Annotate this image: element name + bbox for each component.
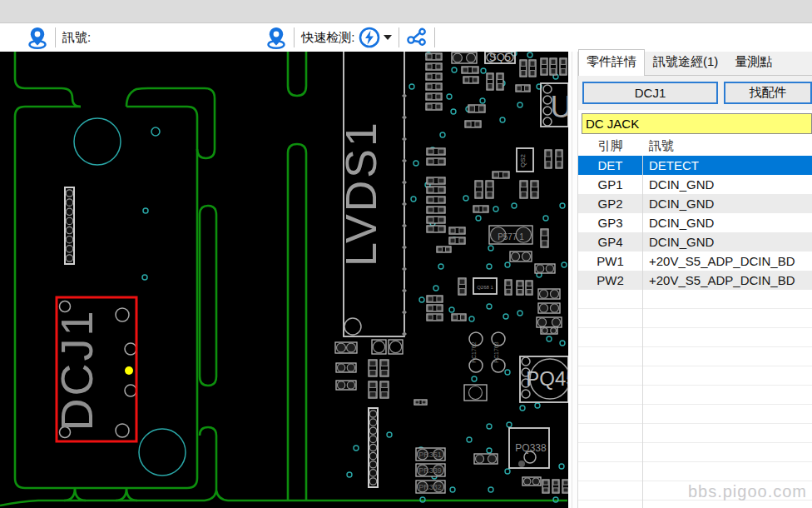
- pad: [498, 74, 503, 79]
- designator-label: LVDS1: [337, 120, 385, 266]
- designator-label: PR332: [418, 483, 442, 491]
- table-row-empty[interactable]: [578, 366, 812, 386]
- pad: [381, 361, 388, 366]
- pin-table: 引脚 訊號 DETDETECTGP1DCIN_GNDGP2DCIN_GNDGP3…: [578, 137, 812, 508]
- pad: [446, 247, 450, 252]
- table-row-empty[interactable]: [578, 309, 812, 328]
- table-row[interactable]: GP3DCIN_GND: [578, 213, 812, 232]
- table-row[interactable]: PW1+20V_S5_ADP_DCIN_BD: [578, 252, 812, 271]
- table-row[interactable]: GP2DCIN_GND: [578, 194, 812, 213]
- tab-0[interactable]: 零件詳情: [578, 49, 645, 76]
- connector-pin: [66, 199, 72, 206]
- net-share-icon[interactable]: [406, 26, 428, 49]
- table-row-empty[interactable]: [578, 347, 812, 366]
- signal-cell: +20V_S5_ADP_DCIN_BD: [642, 273, 812, 287]
- connector-pin: [66, 208, 72, 215]
- connector-pin: [369, 411, 376, 417]
- table-row-empty[interactable]: [578, 290, 812, 309]
- panel-splitter[interactable]: [568, 52, 578, 508]
- pad: [546, 162, 551, 167]
- pad: [428, 217, 433, 222]
- locate-signal-pin-icon[interactable]: [27, 26, 48, 49]
- table-row-empty[interactable]: [578, 424, 812, 443]
- pad: [381, 392, 388, 397]
- table-row[interactable]: GP4DCIN_GND: [578, 232, 812, 252]
- pad: [437, 306, 442, 311]
- pad: [438, 149, 444, 154]
- find-mate-button[interactable]: 找配件: [724, 82, 812, 104]
- pad: [436, 64, 441, 69]
- pad: [469, 106, 474, 112]
- toolbar-separator: [434, 27, 435, 47]
- designator-label: PQ45: [526, 367, 568, 390]
- table-row-empty[interactable]: [578, 328, 812, 347]
- signal-cell: DCIN_GND: [642, 197, 812, 211]
- designator-label: PR339: [418, 466, 442, 475]
- table-row-empty[interactable]: [578, 481, 812, 501]
- pad: [506, 289, 511, 294]
- tab-1[interactable]: 訊號途經(1): [645, 49, 726, 75]
- toolbar-separator: [55, 27, 56, 47]
- pin-cell: GP3: [578, 216, 642, 230]
- part-name-field: DC JACK: [582, 113, 812, 134]
- round-pad: [347, 364, 354, 371]
- canvas-background: [0, 52, 568, 508]
- pad: [381, 371, 388, 376]
- table-row[interactable]: GP1DCIN_GND: [578, 175, 812, 194]
- pcb-canvas[interactable]: LVDS1DCJ1PQ45SQ5UQS2P577 1Q268 1PQ338PR3…: [0, 52, 568, 508]
- table-row[interactable]: DETDETECT: [578, 156, 812, 175]
- quick-test-dropdown-caret[interactable]: [384, 35, 392, 40]
- connector-pin: [66, 237, 72, 243]
- pad: [542, 230, 547, 236]
- table-row-empty[interactable]: [578, 443, 812, 462]
- pad: [428, 306, 433, 311]
- pad: [427, 64, 432, 69]
- pad: [493, 172, 498, 177]
- pad: [428, 187, 433, 192]
- pad: [381, 382, 388, 387]
- table-row-empty[interactable]: [578, 386, 812, 405]
- pad: [561, 59, 566, 64]
- pad: [436, 84, 441, 89]
- component-ref-button[interactable]: DCJ1: [582, 82, 718, 104]
- detail-panel: 零件詳情訊號途經(1)量測點 DCJ1 找配件 DC JACK 引脚 訊號 DE…: [578, 52, 812, 508]
- locate-component-pin-icon[interactable]: [265, 26, 287, 49]
- quick-test-lightning-icon[interactable]: [359, 26, 380, 49]
- pad: [438, 207, 444, 212]
- signal-cell: DETECT: [642, 158, 812, 172]
- table-row[interactable]: PW2+20V_S5_ADP_DCIN_BD: [578, 271, 812, 290]
- pad: [369, 371, 376, 376]
- pad: [530, 71, 535, 76]
- pad: [438, 227, 444, 232]
- pad: [525, 86, 529, 91]
- round-pad: [538, 318, 547, 326]
- pad: [551, 69, 556, 74]
- pad: [428, 207, 433, 212]
- table-row-empty[interactable]: [578, 405, 812, 424]
- round-pad: [522, 252, 530, 261]
- pad: [438, 187, 444, 192]
- pad: [551, 59, 556, 64]
- pad: [461, 315, 465, 320]
- table-row-empty[interactable]: [578, 501, 812, 508]
- pad: [475, 122, 480, 127]
- pad: [428, 178, 433, 183]
- pad: [437, 315, 442, 320]
- column-divider: [642, 156, 643, 508]
- pad: [532, 192, 537, 197]
- pad: [532, 182, 537, 187]
- round-pad: [540, 304, 548, 312]
- signal-cell: DCIN_GND: [642, 177, 812, 192]
- pad: [561, 69, 566, 74]
- tab-2[interactable]: 量測點: [726, 49, 780, 75]
- round-pad: [540, 290, 548, 298]
- round-pad: [537, 265, 544, 272]
- pad: [488, 74, 493, 79]
- pad: [527, 281, 532, 286]
- connector-pin: [369, 461, 376, 468]
- connector-pin: [66, 255, 72, 261]
- table-row-empty[interactable]: [578, 462, 812, 481]
- connector-pin: [369, 444, 376, 451]
- pad: [459, 279, 465, 284]
- pad: [422, 401, 426, 404]
